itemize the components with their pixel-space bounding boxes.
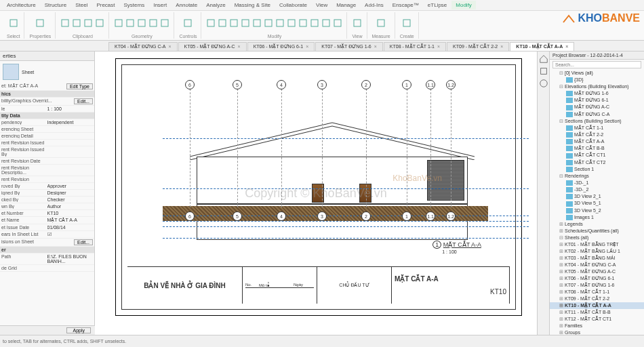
- tree-item[interactable]: Images 1: [550, 214, 644, 221]
- ribbon-tab-view[interactable]: View: [312, 1, 331, 9]
- copy-button[interactable]: [83, 18, 93, 28]
- tree-toggle-icon[interactable]: ⊞: [559, 228, 565, 234]
- tree-item[interactable]: 3D View 2_1: [550, 193, 644, 200]
- props-row[interactable]: pendencyIndependent: [0, 119, 94, 126]
- tree-toggle-icon[interactable]: ⊞: [559, 323, 565, 329]
- ribbon-tab-etlipse[interactable]: eTLipse: [424, 1, 451, 9]
- tree-item[interactable]: ⊞KT01 - MẶT BẰNG TRỆT: [550, 241, 644, 248]
- tree-item[interactable]: MẶT CẮT CT1: [550, 152, 644, 159]
- tree-toggle-icon[interactable]: ⊞: [559, 296, 565, 302]
- ribbon-tab-structure[interactable]: Structure: [41, 1, 71, 9]
- tree-toggle-icon[interactable]: ⊟: [559, 84, 565, 89]
- ribbon-tab-architecture[interactable]: Architecture: [3, 1, 40, 9]
- ctrl1-button[interactable]: [183, 18, 193, 28]
- props-section-header[interactable]: hics: [0, 91, 94, 98]
- props-section-header[interactable]: tity Data: [0, 113, 94, 119]
- close-icon[interactable]: ×: [374, 44, 377, 49]
- split-button[interactable]: [287, 18, 296, 28]
- trim-button[interactable]: [275, 18, 285, 28]
- tree-item[interactable]: {3D}: [550, 77, 644, 83]
- array-button[interactable]: [310, 18, 319, 28]
- apply-button[interactable]: Apply: [66, 327, 91, 333]
- paint-button[interactable]: [148, 18, 158, 28]
- tree-toggle-icon[interactable]: ⊞: [559, 222, 565, 227]
- ribbon-tab-massingsite[interactable]: Massing & Site: [230, 1, 275, 9]
- props-row[interactable]: igned ByDesigner: [0, 190, 94, 197]
- tree-item[interactable]: ⊟Elevations (Building Elevation): [550, 83, 644, 90]
- tree-item[interactable]: -3D-_1: [550, 180, 644, 186]
- tree-item[interactable]: ⊞KT07 - MẶT ĐỨNG 1-6: [550, 282, 644, 289]
- tree-item[interactable]: ⊞KT03 - MẶT BẰNG MÁI: [550, 255, 644, 262]
- props-row[interactable]: PathE:\Z. FILES BUON BAN\H...: [0, 253, 94, 265]
- tree-toggle-icon[interactable]: ⊞: [559, 330, 565, 335]
- close-icon[interactable]: ×: [437, 44, 440, 49]
- nav-cube-icon[interactable]: [539, 66, 548, 76]
- tree-item[interactable]: ⊞Families: [550, 323, 644, 329]
- tree-item[interactable]: MẶT CẮT 2-2: [550, 131, 644, 138]
- tree-item[interactable]: ⊞KT08 - MẶT CẮT 1-1: [550, 289, 644, 295]
- ribbon-tab-manage[interactable]: Manage: [332, 1, 360, 9]
- cut-geo-button[interactable]: [125, 18, 135, 28]
- tree-item[interactable]: ⊞KT11 - MẶT CẮT B-B: [550, 309, 644, 316]
- view1-button[interactable]: [353, 18, 362, 28]
- tree-item[interactable]: 3D View 5_2: [550, 207, 644, 214]
- tree-toggle-icon[interactable]: ⊞: [559, 242, 565, 247]
- ribbon-tab-modify[interactable]: Modify: [451, 1, 476, 9]
- tree-item[interactable]: ⊞KT06 - MẶT ĐỨNG 6-1: [550, 275, 644, 282]
- props-row[interactable]: erencing Sheet: [0, 126, 94, 133]
- close-icon[interactable]: ×: [306, 44, 308, 49]
- move-button[interactable]: [241, 18, 250, 28]
- view-tab[interactable]: KT06 - MẶT ĐỨNG 6-1×: [247, 42, 315, 51]
- measure-button[interactable]: [376, 18, 386, 28]
- props-row[interactable]: roved ByApprover: [0, 183, 94, 190]
- mirror-button[interactable]: [229, 18, 239, 28]
- tree-toggle-icon[interactable]: ⊞: [559, 303, 565, 308]
- tree-item[interactable]: ⊞KT02 - MẶT BẰNG LẦU 1: [550, 248, 644, 255]
- props-row[interactable]: isions on SheetEdit...: [0, 239, 94, 247]
- create-button[interactable]: [402, 18, 411, 28]
- tree-toggle-icon[interactable]: ⊟: [559, 235, 565, 241]
- ribbon-tab-addins[interactable]: Add-Ins: [361, 1, 388, 9]
- props-row[interactable]: rent Revision Descriptio...: [0, 165, 94, 176]
- tree-toggle-icon[interactable]: ⊟: [559, 70, 565, 76]
- tree-item[interactable]: MẶT CẮT B-B: [550, 145, 644, 152]
- activate-button[interactable]: [160, 18, 169, 28]
- tree-item[interactable]: MẶT ĐỨNG 6-1: [550, 97, 644, 104]
- tree-item[interactable]: ⊟Sheets (all): [550, 234, 644, 241]
- ribbon-tab-insert[interactable]: Insert: [149, 1, 171, 9]
- tree-item[interactable]: ⊞Legends: [550, 221, 644, 228]
- nav-home-icon[interactable]: [539, 54, 548, 64]
- props-row[interactable]: et NameMẶT CẮT A-A: [0, 217, 94, 224]
- view-tab[interactable]: KT09 - MẶT CẮT 2-2×: [447, 42, 509, 51]
- props-row[interactable]: de Grid: [0, 265, 94, 272]
- close-icon[interactable]: ×: [238, 44, 241, 49]
- props-row[interactable]: et Issue Date01/08/14: [0, 224, 94, 231]
- copy2-button[interactable]: [252, 18, 262, 28]
- tree-toggle-icon[interactable]: ⊞: [559, 283, 565, 288]
- props-button[interactable]: [35, 18, 45, 28]
- sheet-type-label[interactable]: Sheet: [22, 70, 34, 75]
- props-row[interactable]: rent Revision: [0, 176, 94, 183]
- tree-toggle-icon[interactable]: ⊞: [559, 262, 565, 268]
- tree-item[interactable]: MẶT CẮT 1-1: [550, 125, 644, 131]
- delete-button[interactable]: [333, 18, 342, 28]
- tree-toggle-icon[interactable]: ⊟: [559, 119, 565, 124]
- ribbon-tab-enscape[interactable]: Enscape™: [388, 1, 423, 9]
- match-button[interactable]: [95, 18, 104, 28]
- view-tab[interactable]: KT04 - MẶT ĐỨNG C-A×: [108, 42, 178, 51]
- join-button[interactable]: [137, 18, 146, 28]
- scale-button[interactable]: [321, 18, 331, 28]
- tree-toggle-icon[interactable]: ⊞: [559, 310, 565, 315]
- props-row[interactable]: ears In Sheet List☑: [0, 231, 94, 239]
- props-section-header[interactable]: er: [0, 247, 94, 253]
- tree-item[interactable]: ⊞Groups: [550, 329, 644, 335]
- tree-item[interactable]: MẶT ĐỨNG C-A: [550, 111, 644, 118]
- pin-button[interactable]: [298, 18, 308, 28]
- close-icon[interactable]: ×: [500, 44, 503, 49]
- tree-item[interactable]: MẶT ĐỨNG A-C: [550, 104, 644, 110]
- tree-item[interactable]: ⊟Renderings: [550, 173, 644, 180]
- props-row[interactable]: wn ByAuthor: [0, 203, 94, 210]
- ribbon-tab-steel[interactable]: Steel: [71, 1, 92, 9]
- tree-item[interactable]: ⊞KT04 - MẶT ĐỨNG C-A: [550, 262, 644, 268]
- tree-item[interactable]: ⊞KT10 - MẶT CẮT A-A: [550, 302, 644, 309]
